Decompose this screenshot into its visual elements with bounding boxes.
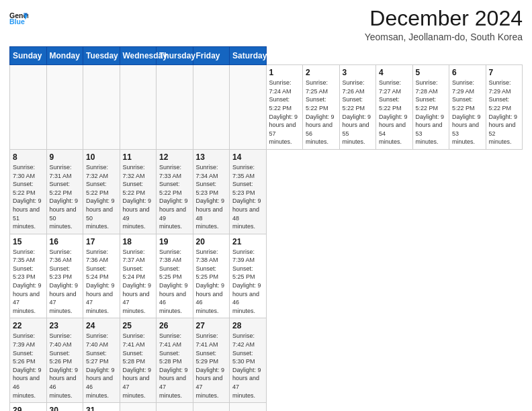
day-detail: Sunrise: 7:40 AMSunset: 5:27 PMDaylight:… [86,332,115,398]
day-detail: Sunrise: 7:38 AMSunset: 5:25 PMDaylight:… [196,248,225,314]
day-number: 15 [13,237,44,246]
calendar-day-cell: 2 Sunrise: 7:25 AMSunset: 5:22 PMDayligh… [303,65,340,150]
title-block: December 2024 Yeomsan, Jeollanam-do, Sou… [365,7,523,42]
day-number: 3 [343,68,373,77]
day-detail: Sunrise: 7:42 AMSunset: 5:30 PMDaylight:… [232,332,261,398]
day-detail: Sunrise: 7:31 AMSunset: 5:22 PMDaylight:… [50,164,79,230]
day-number: 22 [13,321,44,330]
day-number: 20 [196,237,227,246]
calendar-header-row: SundayMondayTuesdayWednesdayThursdayFrid… [10,47,523,65]
calendar-day-cell: 12 Sunrise: 7:33 AMSunset: 5:22 PMDaylig… [157,149,193,234]
day-number: 9 [50,152,81,162]
calendar-header-cell: Tuesday [83,47,120,65]
calendar-day-cell: 24 Sunrise: 7:40 AMSunset: 5:27 PMDaylig… [83,318,120,403]
calendar-day-cell: 17 Sunrise: 7:36 AMSunset: 5:24 PMDaylig… [83,234,120,318]
calendar-day-cell: 14 Sunrise: 7:35 AMSunset: 5:23 PMDaylig… [230,149,267,234]
day-number: 27 [196,321,227,330]
day-number: 17 [86,237,117,246]
calendar-day-cell: 19 Sunrise: 7:38 AMSunset: 5:25 PMDaylig… [157,234,193,318]
day-detail: Sunrise: 7:32 AMSunset: 5:22 PMDaylight:… [123,164,152,230]
day-number: 8 [13,152,44,162]
page-title: December 2024 [365,7,523,30]
day-number: 18 [123,237,154,246]
calendar-day-cell [83,65,120,150]
calendar-day-cell: 13 Sunrise: 7:34 AMSunset: 5:23 PMDaylig… [193,149,230,234]
svg-text:Blue: Blue [9,17,25,26]
calendar-day-cell: 18 Sunrise: 7:37 AMSunset: 5:24 PMDaylig… [120,234,157,318]
calendar-day-cell: 27 Sunrise: 7:41 AMSunset: 5:29 PMDaylig… [193,318,230,403]
day-number: 11 [123,152,154,162]
day-number: 25 [123,321,154,330]
day-detail: Sunrise: 7:39 AMSunset: 5:26 PMDaylight:… [13,332,42,398]
calendar-day-cell: 26 Sunrise: 7:41 AMSunset: 5:28 PMDaylig… [157,318,193,403]
logo: General Blue [9,9,28,28]
calendar-table: SundayMondayTuesdayWednesdayThursdayFrid… [9,46,523,411]
day-number: 16 [50,237,81,246]
day-number: 14 [232,152,263,162]
main-container: General Blue December 2024 Yeomsan, Jeol… [0,0,532,411]
day-detail: Sunrise: 7:24 AMSunset: 5:22 PMDaylight:… [269,79,298,145]
calendar-day-cell: 20 Sunrise: 7:38 AMSunset: 5:25 PMDaylig… [193,234,230,318]
day-detail: Sunrise: 7:30 AMSunset: 5:22 PMDaylight:… [13,164,42,230]
day-number: 28 [232,321,263,330]
day-detail: Sunrise: 7:29 AMSunset: 5:22 PMDaylight:… [452,79,481,145]
calendar-day-cell: 5 Sunrise: 7:28 AMSunset: 5:22 PMDayligh… [412,65,449,150]
calendar-week-row: 1 Sunrise: 7:24 AMSunset: 5:22 PMDayligh… [10,65,523,150]
day-detail: Sunrise: 7:32 AMSunset: 5:22 PMDaylight:… [86,164,115,230]
page-subtitle: Yeomsan, Jeollanam-do, South Korea [365,32,523,42]
day-number: 26 [159,321,190,330]
calendar-week-row: 8 Sunrise: 7:30 AMSunset: 5:22 PMDayligh… [10,149,523,234]
calendar-body: 1 Sunrise: 7:24 AMSunset: 5:22 PMDayligh… [10,65,523,411]
calendar-header-cell: Saturday [230,47,267,65]
calendar-week-row: 29 Sunrise: 7:42 AMSunset: 5:30 PMDaylig… [10,403,523,411]
day-number: 30 [50,406,81,411]
day-number: 1 [269,68,300,77]
calendar-day-cell: 9 Sunrise: 7:31 AMSunset: 5:22 PMDayligh… [46,149,83,234]
calendar-day-cell: 10 Sunrise: 7:32 AMSunset: 5:22 PMDaylig… [83,149,120,234]
calendar-day-cell: 25 Sunrise: 7:41 AMSunset: 5:28 PMDaylig… [120,318,157,403]
calendar-day-cell: 21 Sunrise: 7:39 AMSunset: 5:25 PMDaylig… [230,234,267,318]
day-number: 4 [379,68,410,77]
day-detail: Sunrise: 7:41 AMSunset: 5:28 PMDaylight:… [159,332,188,398]
calendar-day-cell [120,65,157,150]
calendar-day-cell: 23 Sunrise: 7:40 AMSunset: 5:26 PMDaylig… [46,318,83,403]
calendar-day-cell: 4 Sunrise: 7:27 AMSunset: 5:22 PMDayligh… [376,65,413,150]
day-detail: Sunrise: 7:41 AMSunset: 5:28 PMDaylight:… [123,332,152,398]
header: General Blue December 2024 Yeomsan, Jeol… [9,7,523,42]
calendar-day-cell: 7 Sunrise: 7:29 AMSunset: 5:22 PMDayligh… [486,65,523,150]
day-detail: Sunrise: 7:34 AMSunset: 5:23 PMDaylight:… [196,164,225,230]
day-number: 31 [86,406,117,411]
calendar-day-cell: 3 Sunrise: 7:26 AMSunset: 5:22 PMDayligh… [339,65,376,150]
day-number: 13 [196,152,227,162]
calendar-day-cell: 11 Sunrise: 7:32 AMSunset: 5:22 PMDaylig… [120,149,157,234]
calendar-day-cell [193,403,230,411]
day-detail: Sunrise: 7:36 AMSunset: 5:24 PMDaylight:… [86,248,115,314]
day-number: 5 [416,68,447,77]
calendar-day-cell [230,65,267,150]
day-number: 7 [489,68,520,77]
day-detail: Sunrise: 7:27 AMSunset: 5:22 PMDaylight:… [379,79,408,145]
calendar-header-cell: Monday [46,47,83,65]
day-detail: Sunrise: 7:35 AMSunset: 5:23 PMDaylight:… [13,248,42,314]
day-number: 2 [306,68,337,77]
calendar-day-cell: 8 Sunrise: 7:30 AMSunset: 5:22 PMDayligh… [10,149,47,234]
calendar-header-cell: Sunday [10,47,47,65]
day-detail: Sunrise: 7:37 AMSunset: 5:24 PMDaylight:… [123,248,152,314]
day-number: 10 [86,152,117,162]
logo-icon: General Blue [9,9,28,28]
day-number: 6 [452,68,483,77]
day-detail: Sunrise: 7:41 AMSunset: 5:29 PMDaylight:… [196,332,225,398]
day-detail: Sunrise: 7:33 AMSunset: 5:22 PMDaylight:… [159,164,188,230]
calendar-day-cell: 22 Sunrise: 7:39 AMSunset: 5:26 PMDaylig… [10,318,47,403]
day-detail: Sunrise: 7:28 AMSunset: 5:22 PMDaylight:… [416,79,445,145]
calendar-day-cell [10,65,47,150]
day-number: 29 [13,406,44,411]
day-number: 23 [50,321,81,330]
day-detail: Sunrise: 7:38 AMSunset: 5:25 PMDaylight:… [159,248,188,314]
calendar-day-cell: 16 Sunrise: 7:36 AMSunset: 5:23 PMDaylig… [46,234,83,318]
calendar-day-cell: 30 Sunrise: 7:42 AMSunset: 5:31 PMDaylig… [46,403,83,411]
day-detail: Sunrise: 7:36 AMSunset: 5:23 PMDaylight:… [50,248,79,314]
calendar-day-cell [120,403,157,411]
calendar-day-cell [157,403,193,411]
calendar-week-row: 15 Sunrise: 7:35 AMSunset: 5:23 PMDaylig… [10,234,523,318]
